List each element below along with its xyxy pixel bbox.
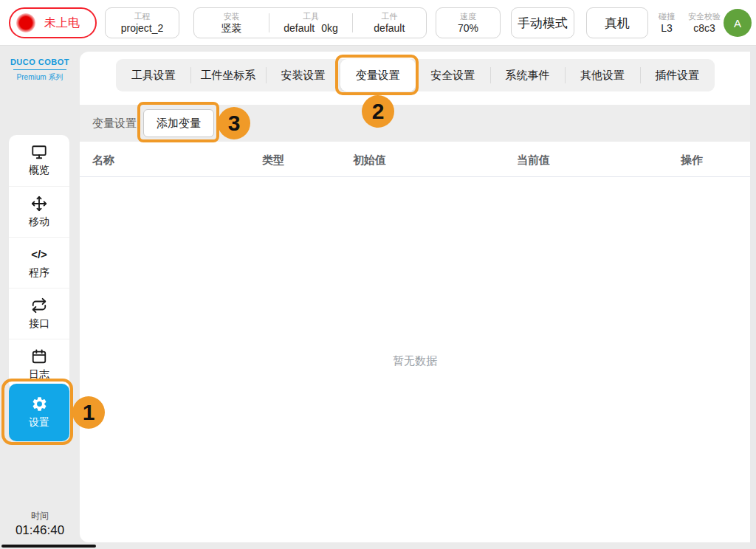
column-header-type: 类型 [262, 153, 353, 168]
clock-label: 时间 [0, 510, 80, 522]
sidebar-item-label: 移动 [29, 215, 49, 229]
avatar[interactable]: A [724, 9, 752, 37]
manual-mode-button[interactable]: 手动模式 [511, 7, 574, 38]
app-logo: DUCO COBOT Premium 系列 [0, 58, 80, 83]
code-icon: </> [31, 246, 47, 263]
move-icon [31, 196, 47, 212]
sidebar-item-log[interactable]: 日志 [9, 339, 69, 390]
sidebar-item-label: 设置 [29, 416, 49, 429]
speed-button[interactable]: 速度 70% [436, 7, 501, 38]
safety-check-status: 安全校验 c8c3 [684, 7, 725, 38]
collision-label: 碰撞 [659, 11, 675, 21]
speed-value: 70% [458, 21, 478, 35]
tool-value: default [284, 21, 315, 35]
sidebar-item-program[interactable]: </> 程序 [9, 237, 69, 288]
settings-panel: 工具设置 工件坐标系 安装设置 变量设置 安全设置 系统事件 其他设置 插件设置… [80, 52, 750, 542]
tool-config[interactable]: 工具 default 0kg [269, 8, 351, 38]
mount-config[interactable]: 安装 竖装 [194, 8, 269, 38]
tab-variable-settings[interactable]: 变量设置 [340, 59, 415, 92]
project-button[interactable]: 工程 project_2 [105, 7, 179, 38]
tab-workpiece-coords[interactable]: 工件坐标系 [190, 59, 265, 92]
calendar-icon [31, 348, 47, 365]
workpiece-config[interactable]: 工件 default [353, 8, 426, 38]
settings-tab-bar: 工具设置 工件坐标系 安装设置 变量设置 安全设置 系统事件 其他设置 插件设置 [116, 59, 715, 92]
speed-label: 速度 [460, 11, 476, 21]
safety-check-value: c8c3 [693, 21, 715, 35]
sidebar-item-label: 概览 [29, 164, 49, 177]
sidebar-nav: 概览 移动 </> 程序 接口 日志 [9, 135, 69, 390]
real-machine-button[interactable]: 真机 [586, 7, 648, 38]
column-header-operation: 操作 [681, 153, 750, 168]
mount-label: 安装 [224, 11, 240, 21]
column-header-name: 名称 [92, 153, 262, 168]
empty-state-text: 暂无数据 [80, 354, 750, 368]
logo-title: DUCO COBOT [0, 58, 80, 66]
sidebar-item-settings[interactable]: 设置 [9, 384, 69, 441]
tab-mount-settings[interactable]: 安装设置 [266, 59, 340, 92]
scrollbar-track [750, 46, 756, 549]
sidebar-item-interface[interactable]: 接口 [9, 288, 69, 339]
tab-other-settings[interactable]: 其他设置 [565, 59, 639, 92]
robot-config-group: 安装 竖装 工具 default 0kg 工件 default [193, 7, 427, 38]
workpiece-value: default [374, 21, 405, 35]
sidebar-item-label: 日志 [29, 368, 49, 381]
topbar: 未上电 工程 project_2 安装 竖装 工具 default 0kg 工件… [0, 0, 756, 46]
sidebar-item-move[interactable]: 移动 [9, 186, 69, 237]
tab-plugin-settings[interactable]: 插件设置 [640, 59, 715, 92]
tool-weight: 0kg [321, 21, 338, 35]
collision-value: L3 [661, 21, 673, 35]
gear-icon [31, 396, 48, 412]
clock-value: 01:46:40 [0, 523, 80, 538]
power-status-label: 未上电 [44, 15, 80, 31]
bottom-gesture-bar [1, 545, 96, 548]
power-status-button[interactable]: 未上电 [9, 7, 97, 38]
variable-panel-title: 变量设置 [92, 117, 137, 131]
system-clock: 时间 01:46:40 [0, 510, 80, 538]
power-indicator-icon [16, 13, 35, 32]
column-header-initial-value: 初始值 [353, 153, 517, 168]
tab-system-events[interactable]: 系统事件 [490, 59, 565, 92]
mount-value: 竖装 [221, 21, 242, 35]
tab-tool-settings[interactable]: 工具设置 [116, 59, 190, 92]
collision-status: 碰撞 L3 [651, 7, 682, 38]
project-label: 工程 [134, 11, 151, 21]
variable-table-header: 名称 类型 初始值 当前值 操作 [80, 144, 750, 177]
project-value: project_2 [121, 21, 164, 35]
safety-check-label: 安全校验 [688, 11, 721, 21]
variable-toolbar: 变量设置 添加变量 [80, 105, 750, 142]
sidebar-item-label: 接口 [29, 317, 49, 331]
tool-label: 工具 [303, 11, 319, 21]
sidebar-item-label: 程序 [29, 266, 49, 280]
monitor-icon [31, 144, 47, 160]
logo-divider [13, 69, 66, 70]
column-header-current-value: 当前值 [517, 153, 681, 168]
add-variable-button[interactable]: 添加变量 [143, 109, 214, 137]
sidebar-item-overview[interactable]: 概览 [9, 135, 69, 186]
logo-subtitle: Premium 系列 [0, 72, 80, 83]
workpiece-label: 工件 [381, 11, 397, 21]
repeat-icon [31, 297, 47, 314]
tab-safety-settings[interactable]: 安全设置 [416, 59, 490, 92]
